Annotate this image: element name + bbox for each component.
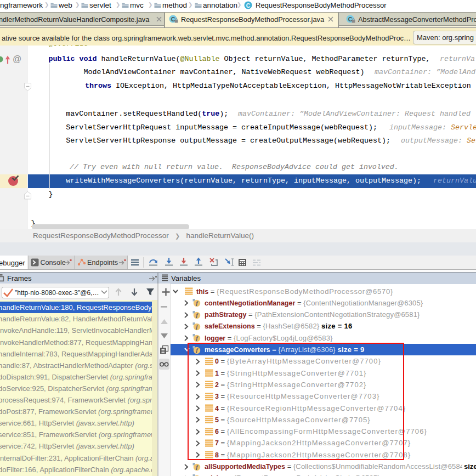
- svg-text:C: C: [246, 2, 251, 9]
